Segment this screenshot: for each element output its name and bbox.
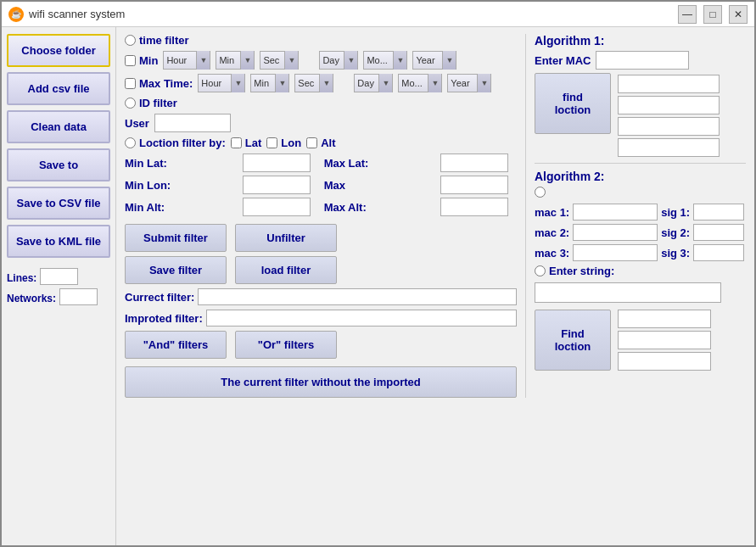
mac3-input[interactable] [573,244,658,261]
min-checkbox[interactable] [125,55,136,66]
lon-checkbox[interactable] [266,137,277,148]
alg2-result-1[interactable] [618,310,711,328]
choose-folder-button[interactable]: Choose folder [7,34,110,67]
close-button[interactable]: ✕ [729,5,748,24]
current-filter-without-button[interactable]: The current filter without the imported [125,366,517,398]
id-filter-radio-label[interactable]: ID filter [125,97,177,109]
min-lat-label: Min Lat: [125,157,238,170]
user-input[interactable] [154,114,231,132]
submit-filter-button[interactable]: Submit filter [125,224,227,252]
sig3-input[interactable] [693,244,744,261]
min-dropdown-2[interactable]: Min ▼ [250,74,289,92]
sig2-label: sig 2: [661,226,690,239]
min-arrow-1: ▼ [240,51,254,70]
section-divider [535,163,746,164]
year-text-2: Year [448,78,477,88]
time-filter-radio[interactable] [125,35,136,46]
lines-label: Lines: [7,272,36,284]
year-dropdown-1[interactable]: Year ▼ [412,51,456,70]
current-filter-input[interactable] [198,288,517,305]
alg2-radio[interactable] [535,187,546,198]
time-filter-radio-label[interactable]: time filter [125,34,189,47]
find-loction-button[interactable]: find loction [535,73,611,134]
networks-input[interactable] [59,288,98,305]
sec-dropdown-1[interactable]: Sec ▼ [260,51,299,70]
mac1-label: mac 1: [535,206,569,219]
hour-dropdown-1[interactable]: Hour ▼ [163,51,210,70]
mo-dropdown-2[interactable]: Mo... ▼ [398,74,442,92]
mac2-input[interactable] [573,224,658,241]
alg1-input-1[interactable] [618,75,720,93]
min-dropdown-1[interactable]: Min ▼ [216,51,255,70]
alg2-radio-row [535,187,746,200]
min-check-label[interactable]: Min [125,54,158,67]
enter-mac-input[interactable] [596,51,689,70]
year-dropdown-2[interactable]: Year ▼ [447,74,491,92]
mo-dropdown-1[interactable]: Mo... ▼ [363,51,407,70]
mac1-input[interactable] [573,204,658,220]
mo-text-2: Mo... [399,78,428,88]
loction-filter-radio-label[interactable]: Loction filter by: [125,137,226,149]
max-time-check-label[interactable]: Max Time: [125,77,193,90]
lat-checkbox[interactable] [231,137,242,148]
alg2-find-area: Find loction [535,310,746,371]
max-alt-input[interactable] [440,198,508,216]
hour-dropdown-2[interactable]: Hour ▼ [198,74,245,92]
save-csv-button[interactable]: Save to CSV file [7,187,110,220]
unfilter-button[interactable]: Unfilter [235,224,337,252]
min-lon-input[interactable] [243,176,311,194]
mo-text-1: Mo... [364,55,393,65]
alg2-result-3[interactable] [618,352,711,371]
min-lat-input[interactable] [243,153,311,172]
right-panel: time filter Min Hour ▼ [116,27,754,545]
sec-dropdown-2[interactable]: Sec ▼ [294,74,333,92]
current-filter-label: Currect filter: [125,291,194,304]
loction-filter-radio[interactable] [125,137,136,148]
window-title: wifi scanner system [29,8,125,20]
id-filter-radio[interactable] [125,98,136,109]
enter-string-radio[interactable] [535,265,546,276]
maximize-button[interactable]: □ [703,5,722,24]
lat-check-label[interactable]: Lat [231,137,262,149]
networks-label: Networks: [7,293,56,304]
alg1-input-2[interactable] [618,96,720,114]
max-lat-input[interactable] [440,153,508,172]
sig2-input[interactable] [693,224,744,241]
alt-checkbox[interactable] [306,137,317,148]
day-text-2: Day [355,78,378,88]
lon-check-label[interactable]: Lon [266,137,301,149]
clean-data-button[interactable]: Clean data [7,110,110,143]
alg1-input-4[interactable] [618,138,720,157]
mo-arrow-1: ▼ [393,51,406,70]
enter-string-radio-label[interactable]: Enter string: [535,265,614,277]
main-window: ☕ wifi scanner system — □ ✕ Choose folde… [0,0,756,547]
alt-check-label[interactable]: Alt [306,137,335,149]
load-filter-button[interactable]: load filter [235,256,337,284]
save-filter-button[interactable]: Save filter [125,256,227,284]
day-dropdown-2[interactable]: Day ▼ [354,74,393,92]
sec-text-2: Sec [295,78,319,88]
alg2-find-loction-button[interactable]: Find loction [535,310,611,371]
and-filters-button[interactable]: "And" filters [125,331,227,359]
year-arrow-1: ▼ [442,51,456,70]
enter-string-input[interactable] [535,282,721,303]
day-arrow-2: ▼ [378,74,392,92]
day-dropdown-1[interactable]: Day ▼ [319,51,358,70]
alg2-find-inputs [618,310,711,371]
or-filters-button[interactable]: "Or" filters [235,331,337,359]
mac2-label: mac 2: [535,226,569,239]
sig1-label: sig 1: [661,206,690,219]
sig1-input[interactable] [693,204,744,220]
add-csv-button[interactable]: Add csv file [7,72,110,105]
improted-filter-input[interactable] [206,310,517,327]
alg2-result-2[interactable] [618,331,711,349]
max-input[interactable] [440,176,508,194]
save-kml-button[interactable]: Save to KML file [7,225,110,258]
alg1-input-3[interactable] [618,117,720,136]
minimize-button[interactable]: — [678,5,697,24]
algorithm2-section: Algorithm 2: mac 1: sig 1: mac 2: [535,170,746,371]
lines-input[interactable] [40,268,78,285]
save-to-button[interactable]: Save to [7,148,110,181]
min-alt-input[interactable] [243,198,311,216]
max-time-checkbox[interactable] [125,78,136,89]
